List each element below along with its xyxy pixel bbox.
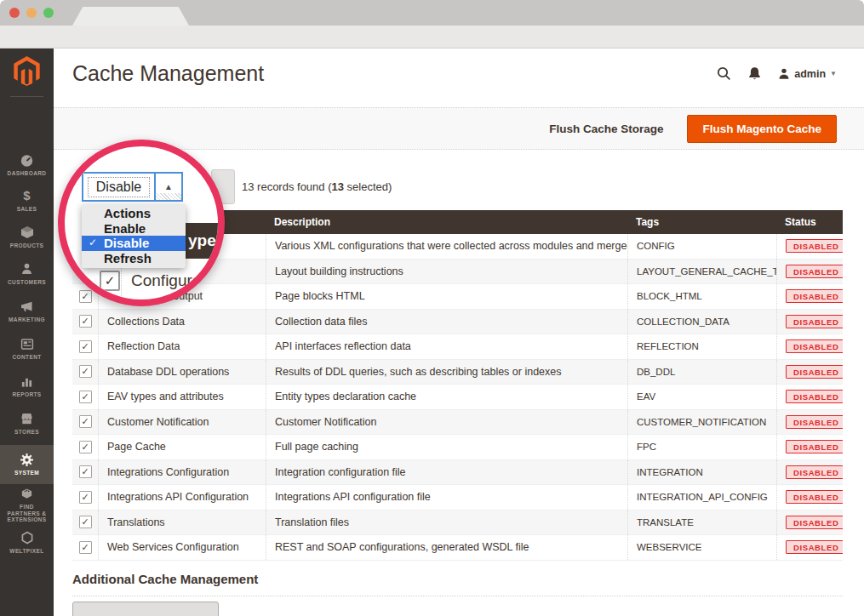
description-cell: Layout building instructions [266, 260, 627, 284]
status-cell: DISABLED [776, 360, 843, 385]
search-icon[interactable] [717, 66, 731, 81]
close-window-button[interactable] [9, 8, 20, 18]
cache-type-cell: Reflection Data [98, 334, 266, 359]
flush-magento-cache-button[interactable]: Flush Magento Cache [687, 115, 837, 143]
table-row: ✓ Integrations API Configuration Integra… [72, 485, 843, 510]
table-row: ✓ Reflection Data API interfaces reflect… [72, 334, 843, 360]
customers-icon [0, 261, 54, 277]
row-checkbox[interactable]: ✓ [72, 435, 98, 459]
additional-section-title: Additional Cache Management [72, 572, 258, 586]
description-cell: Collection data files [266, 310, 627, 334]
row-checkbox[interactable]: ✓ [72, 310, 98, 334]
sidebar-item-find-partners[interactable]: FIND PARTNERS & EXTENSIONS [0, 486, 54, 523]
row-checkbox[interactable]: ✓ [72, 510, 98, 535]
notifications-bell-icon[interactable] [748, 66, 761, 81]
content-icon [0, 336, 54, 351]
row-checkbox[interactable]: ✓ [72, 535, 98, 560]
tags-cell: WEBSERVICE [627, 535, 776, 560]
status-badge: DISABLED [786, 440, 843, 453]
sidebar-item-content[interactable]: CONTENT [0, 336, 54, 361]
sidebar-item-sales[interactable]: $ SALES [0, 188, 54, 213]
sidebar-label: MARKETING [0, 317, 54, 323]
magnified-header-fragment: ype [186, 223, 225, 259]
tags-cell: CUSTOMER_NOTIFICATION [627, 410, 776, 435]
menu-item-enable[interactable]: Enable [82, 221, 186, 237]
cache-type-cell: Database DDL operations [98, 360, 266, 385]
cache-type-cell: Customer Notification [98, 410, 266, 435]
cache-type-cell: EAV types and attributes [98, 385, 266, 409]
sidebar-item-dashboard[interactable]: DASHBOARD [0, 152, 54, 177]
status-badge: DISABLED [786, 365, 843, 379]
table-row: ✓ Integrations Configuration Integration… [72, 460, 843, 486]
description-cell: Results of DDL queries, such as describi… [266, 360, 627, 385]
tags-cell: INTEGRATION [627, 460, 776, 485]
menu-item-disable[interactable]: ✓Disable [82, 236, 186, 251]
tags-cell: TRANSLATE [627, 510, 776, 535]
status-cell: DISABLED [776, 284, 843, 309]
magnified-checkbox[interactable]: ✓ [100, 271, 120, 291]
row-checkbox[interactable]: ✓ [72, 460, 98, 485]
menu-item-refresh[interactable]: Refresh [82, 251, 186, 266]
status-badge: DISABLED [786, 315, 843, 328]
status-cell: DISABLED [776, 460, 843, 485]
column-header-status[interactable]: Status [776, 210, 843, 234]
cache-type-cell: Collections Data [98, 310, 266, 334]
reports-icon [0, 374, 54, 389]
status-cell: DISABLED [776, 260, 843, 284]
chevron-down-icon: ▼ [830, 70, 837, 77]
sidebar-label: CUSTOMERS [0, 279, 54, 286]
sidebar-label: SYSTEM [0, 470, 54, 476]
flush-cache-storage-button[interactable]: Flush Cache Storage [544, 122, 668, 136]
sidebar-item-stores[interactable]: STORES [0, 411, 54, 436]
browser-tab[interactable] [72, 7, 189, 26]
tags-cell: BLOCK_HTML [627, 284, 776, 309]
magento-logo-icon[interactable] [14, 56, 40, 86]
row-checkbox[interactable]: ✓ [72, 360, 98, 385]
cache-type-cell: Page Cache [98, 435, 266, 459]
cache-type-cell: Integrations Configuration [98, 460, 266, 485]
status-cell: DISABLED [776, 310, 843, 334]
page-title: Cache Management [72, 61, 264, 86]
sidebar-item-weltpixel[interactable]: WELTPIXEL [0, 530, 54, 555]
sidebar-label: DASHBOARD [0, 170, 54, 177]
status-badge: DISABLED [786, 289, 843, 303]
column-header-tags[interactable]: Tags [627, 210, 776, 234]
sidebar-item-system[interactable]: SYSTEM [0, 445, 54, 484]
status-cell: DISABLED [776, 510, 843, 535]
system-gear-icon [0, 452, 54, 467]
status-badge: DISABLED [786, 465, 843, 479]
status-cell: DISABLED [776, 410, 843, 435]
tags-cell: FPC [627, 435, 776, 459]
status-badge: DISABLED [786, 415, 843, 429]
sidebar-label: FIND PARTNERS & EXTENSIONS [0, 504, 54, 523]
sidebar-item-customers[interactable]: CUSTOMERS [0, 261, 54, 286]
column-header-description[interactable]: Description [266, 210, 627, 234]
actions-select-value: Disable [88, 177, 150, 197]
sidebar-item-products[interactable]: PRODUCTS [0, 225, 54, 249]
additional-cache-button-partial[interactable] [72, 602, 219, 616]
minimize-window-button[interactable] [26, 8, 37, 18]
row-checkbox[interactable]: ✓ [72, 485, 98, 510]
row-checkbox[interactable]: ✓ [72, 334, 98, 359]
table-row: ✓ Web Services Configuration REST and SO… [72, 535, 843, 561]
sidebar-item-reports[interactable]: REPORTS [0, 374, 54, 398]
table-row: ✓ Collections Data Collection data files… [72, 310, 843, 335]
checkmark-icon: ✓ [89, 236, 97, 251]
tags-cell: LAYOUT_GENERAL_CACHE_TAG [627, 260, 776, 284]
status-cell: DISABLED [776, 485, 843, 510]
description-cell: Full page caching [266, 435, 627, 459]
status-cell: DISABLED [776, 435, 843, 459]
row-checkbox[interactable]: ✓ [72, 410, 98, 435]
actions-select[interactable]: Disable ▲ [82, 172, 183, 202]
zoom-window-button[interactable] [43, 8, 54, 18]
table-row: ✓ Customer Notification Customer Notific… [72, 410, 843, 436]
tags-cell: CONFIG [627, 234, 776, 259]
select-arrow-up-icon[interactable]: ▲ [154, 174, 181, 200]
table-row: ✓ EAV types and attributes Entity types … [72, 385, 843, 410]
admin-account-menu[interactable]: admin ▼ [778, 67, 837, 80]
row-checkbox[interactable]: ✓ [72, 385, 98, 409]
description-cell: Integration configuration file [266, 460, 627, 485]
sidebar-item-marketing[interactable]: MARKETING [0, 299, 54, 323]
table-row: ✓ Database DDL operations Results of DDL… [72, 360, 843, 385]
status-badge: DISABLED [786, 490, 843, 504]
